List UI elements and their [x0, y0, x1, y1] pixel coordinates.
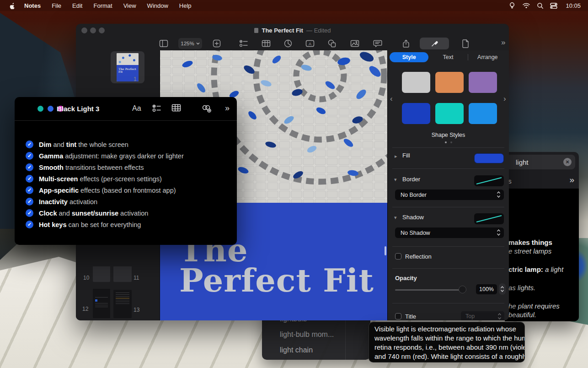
shape-style-swatch[interactable] — [435, 72, 464, 93]
document-settings-button[interactable] — [460, 38, 471, 49]
menu-file[interactable]: File — [52, 2, 61, 9]
desktop: Notes File Edit Format View Window Help … — [0, 0, 588, 368]
feature-checklist: ✓Dim and tint the whole screen✓Gamma adj… — [15, 139, 237, 230]
definition-popup-line: and 740 nm (red). White light consists o… — [374, 352, 519, 361]
page-number: 10 — [83, 275, 89, 281]
border-style-well[interactable] — [474, 175, 504, 186]
pages-title-bar[interactable]: The Perfect Fit — Edited — [76, 24, 509, 37]
comment-button[interactable] — [372, 38, 383, 49]
shape-styles-prev-chevron[interactable]: ‹ — [390, 94, 393, 103]
lightbulb-status-icon[interactable] — [508, 2, 516, 10]
suggestion-item[interactable]: light chain — [280, 346, 313, 354]
definition-text-line: ctric lamp: a light — [508, 265, 578, 274]
svg-text:A: A — [309, 42, 311, 46]
wifi-icon[interactable] — [522, 2, 530, 9]
shadow-type-dropdown[interactable]: No Shadow — [395, 227, 504, 238]
share-button[interactable] — [401, 38, 412, 49]
insert-button[interactable] — [211, 38, 222, 49]
border-label: Border — [402, 176, 420, 183]
tab-text[interactable]: Text — [428, 52, 467, 62]
format-button[interactable] — [420, 38, 449, 49]
shape-style-swatch[interactable] — [402, 72, 430, 93]
toolbar-more-chevron[interactable]: » — [501, 38, 504, 47]
border-disclosure-chevron[interactable]: ▾ — [394, 177, 397, 183]
shape-style-swatch[interactable] — [469, 103, 497, 124]
checked-checkbox-icon[interactable]: ✓ — [26, 198, 33, 206]
opacity-slider-knob[interactable] — [459, 286, 466, 293]
black-light-title-bar[interactable]: Black Light 3 Aa » — [15, 97, 237, 121]
title-checkbox[interactable] — [395, 313, 401, 319]
shapes-button[interactable] — [326, 38, 337, 49]
opacity-stepper[interactable] — [499, 283, 506, 295]
table-button[interactable] — [261, 38, 272, 49]
page-1-thumbnail-selected[interactable]: The Perfect Fit — [111, 51, 144, 83]
close-button[interactable] — [37, 106, 43, 112]
tab-arrange[interactable]: Arrange — [468, 52, 507, 62]
text-format-button[interactable]: Aa — [132, 104, 141, 113]
text-box-button[interactable]: A — [305, 38, 315, 49]
shape-style-swatch[interactable] — [402, 103, 430, 124]
page-10-thumbnail[interactable] — [93, 266, 110, 282]
checklist-button[interactable] — [238, 38, 249, 49]
page-number: 1 — [134, 76, 137, 82]
add-link-button[interactable] — [201, 104, 212, 115]
menu-format[interactable]: Format — [93, 2, 112, 9]
shadow-disclosure-chevron[interactable]: ▾ — [394, 215, 397, 221]
stepper-chevrons-icon — [497, 191, 501, 200]
checked-checkbox-icon[interactable]: ✓ — [26, 152, 33, 160]
opacity-value-field[interactable]: 100% — [476, 284, 497, 294]
edited-label: Edited — [314, 27, 331, 34]
table-button[interactable] — [171, 104, 181, 114]
minimize-button[interactable] — [48, 106, 53, 112]
shape-style-swatch[interactable] — [469, 72, 497, 93]
title-position-dropdown[interactable]: Top — [461, 311, 504, 320]
dictionary-result-row[interactable]: is » — [505, 173, 579, 189]
page-11-thumbnail[interactable] — [113, 266, 132, 282]
shape-style-swatch[interactable] — [435, 103, 464, 124]
checked-checkbox-icon[interactable]: ✓ — [26, 141, 33, 148]
search-icon[interactable] — [537, 2, 544, 9]
checked-checkbox-icon[interactable]: ✓ — [26, 186, 33, 194]
clear-search-icon[interactable]: × — [563, 158, 572, 166]
menu-view[interactable]: View — [123, 2, 136, 9]
shape-styles-label: Shape Styles — [388, 132, 509, 138]
shape-styles-next-chevron[interactable]: › — [503, 94, 506, 103]
fill-disclosure-chevron[interactable]: ▸ — [395, 153, 397, 159]
fill-color-well[interactable] — [474, 153, 504, 163]
menu-window[interactable]: Window — [147, 2, 168, 9]
black-light-window: Black Light 3 Aa » ✓Dim and tint the who… — [15, 97, 237, 245]
zoom-level-dropdown[interactable]: 125% — [178, 38, 202, 49]
menu-bar-clock[interactable]: 10:05 — [566, 2, 581, 9]
media-button[interactable] — [349, 38, 360, 49]
view-sidebar-toggle-button[interactable] — [158, 38, 169, 49]
reflection-checkbox[interactable] — [395, 253, 401, 260]
shadow-style-well[interactable] — [474, 213, 504, 224]
border-type-dropdown[interactable]: No Border — [395, 189, 504, 200]
pages-toolbar: 125% A — [76, 37, 509, 50]
checked-checkbox-icon[interactable]: ✓ — [26, 209, 33, 217]
apple-menu-icon[interactable] — [8, 2, 16, 10]
suggestion-item[interactable]: light-bulb mom... — [280, 330, 334, 339]
inspector-tabs: Style Text Arrange — [390, 52, 507, 62]
page-12-thumbnail[interactable] — [93, 289, 110, 318]
feature-item: ✓Hot keys can be set for everything — [15, 219, 237, 230]
scrollbar-thumb[interactable] — [385, 246, 386, 255]
checked-checkbox-icon[interactable]: ✓ — [26, 163, 33, 171]
control-center-icon[interactable] — [550, 3, 557, 9]
menu-help[interactable]: Help — [179, 2, 192, 9]
definition-popup: Visible light is electromagnetic radiati… — [369, 322, 525, 363]
opacity-slider-track[interactable] — [395, 289, 464, 291]
tab-style[interactable]: Style — [390, 52, 428, 62]
feature-text: Clock and sunset/sunrise activation — [39, 210, 148, 217]
app-menu-notes[interactable]: Notes — [24, 2, 41, 9]
expand-chevrons-icon[interactable]: » — [569, 175, 573, 185]
document-proxy-icon[interactable] — [254, 27, 259, 35]
checklist-button[interactable] — [152, 104, 162, 114]
checked-checkbox-icon[interactable]: ✓ — [26, 175, 33, 183]
checked-checkbox-icon[interactable]: ✓ — [26, 221, 33, 228]
page-13-thumbnail[interactable] — [113, 290, 132, 318]
menu-edit[interactable]: Edit — [72, 2, 82, 9]
shape-styles-page-dots[interactable] — [388, 141, 509, 143]
more-toolbar-chevron[interactable]: » — [225, 103, 229, 113]
chart-button[interactable] — [283, 38, 294, 49]
